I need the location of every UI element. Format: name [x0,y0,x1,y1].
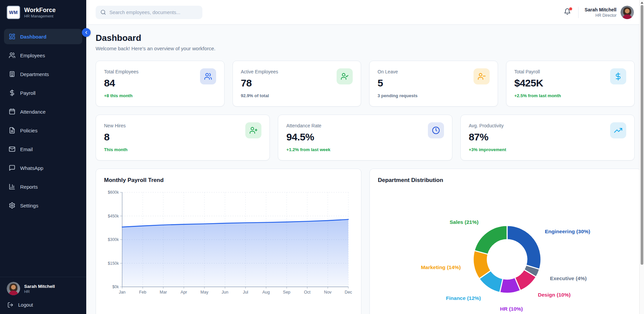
svg-text:Aug: Aug [262,290,270,295]
stat-value: 78 [241,77,353,89]
svg-text:Nov: Nov [324,290,332,295]
stat-value: 5 [378,77,490,89]
stat-label: Total Employees [104,69,216,74]
sidebar-item-settings[interactable]: Settings [4,198,82,213]
stat-label: Active Employees [241,69,353,74]
sidebar-item-label: WhatsApp [20,165,43,171]
bar-chart-icon [9,183,15,190]
main-content: Dashboard Welcome back! Here's an overvi… [86,25,644,314]
users-icon [9,52,15,59]
svg-text:Jan: Jan [119,290,126,295]
page-title: Dashboard [96,33,635,43]
svg-text:Feb: Feb [139,290,146,295]
payroll-trend-chart: $0k$150k$300k$450k$600kJanFebMarAprMayJu… [104,188,353,299]
sidebar-item-policies[interactable]: Policies [4,123,82,138]
stat-change: 92.9% of total [241,93,353,98]
stat-label: Attendance Rate [286,123,444,128]
chevron-left-icon [84,30,89,35]
svg-text:May: May [200,290,208,295]
stat-card-active-employees: Active Employees 78 92.9% of total [233,61,361,107]
content-column: Sarah Mitchell HR Director Dashboard Wel… [86,0,644,314]
topbar-right: Sarah Mitchell HR Director [562,6,634,19]
svg-text:Finance (12%): Finance (12%) [446,295,481,301]
stat-label: New Hires [104,123,261,128]
sidebar-item-label: Payroll [20,90,36,96]
sidebar-nav: Dashboard Employees Departments Payroll … [0,25,86,277]
logo-mark: WM [7,6,20,19]
notifications-button[interactable] [562,7,572,18]
stat-change: +8 this month [104,93,216,98]
svg-text:Oct: Oct [304,290,311,295]
payroll-trend-card: Monthly Payroll Trend $0k$150k$300k$450k… [96,169,361,314]
app-logo: WM WorkForce HR Management [0,0,86,25]
dollar-icon [9,89,15,96]
stat-change: This month [104,147,261,152]
svg-text:Marketing (14%): Marketing (14%) [421,264,461,270]
svg-text:Jun: Jun [221,290,228,295]
users-icon [200,68,216,84]
calendar-icon [9,108,15,115]
sidebar-item-departments[interactable]: Departments [4,66,82,82]
stat-card-on-leave: On Leave 5 3 pending requests [369,61,498,107]
stat-change: 3 pending requests [378,93,490,98]
stat-label: Total Payroll [514,69,627,74]
scrollbar-up-arrow[interactable] [641,2,643,4]
chart-title: Department Distribution [378,177,633,184]
sidebar-item-dashboard[interactable]: Dashboard [4,29,82,44]
stat-value: 8 [104,131,261,143]
svg-text:$600k: $600k [108,190,119,195]
department-donut-chart: Engineering (30%)Executive (4%)Design (1… [378,188,633,314]
building-icon [9,71,15,77]
sidebar-collapse-button[interactable] [82,28,91,37]
stat-card-avg-productivity: Avg. Productivity 87% +3% improvement [460,115,635,161]
sidebar-item-label: Settings [20,203,38,208]
scrollbar-thumb[interactable] [641,5,643,265]
stat-value: 84 [104,77,216,89]
search-box[interactable] [96,6,202,19]
stat-value: 87% [469,131,626,143]
file-text-icon [9,127,15,134]
stats-row-1: Total Employees 84 +8 this month Active … [96,61,635,107]
sidebar-item-label: Dashboard [20,34,46,40]
svg-text:Mar: Mar [160,290,167,295]
trending-up-icon [610,122,626,138]
sidebar-item-email[interactable]: Email [4,141,82,157]
stat-label: Avg. Productivity [469,123,626,128]
dollar-icon [610,68,626,84]
sidebar-user-section: Sarah Mitchell HR Logout [0,277,86,314]
stat-card-new-hires: New Hires 8 This month [96,115,270,161]
search-input[interactable] [109,10,198,15]
logout-button[interactable]: Logout [7,300,80,309]
dashboard-grid-icon [9,33,15,40]
sidebar-item-whatsapp[interactable]: WhatsApp [4,160,82,176]
svg-text:$150k: $150k [108,261,119,266]
page-scrollbar[interactable] [639,0,644,314]
stat-label: On Leave [378,69,490,74]
divider [578,7,579,18]
sidebar-item-employees[interactable]: Employees [4,48,82,63]
chart-title: Monthly Payroll Trend [104,177,353,184]
svg-text:$300k: $300k [108,237,119,242]
sidebar: WM WorkForce HR Management Dashboard Emp… [0,0,86,314]
sidebar-item-attendance[interactable]: Attendance [4,104,82,119]
svg-text:Engineering (30%): Engineering (30%) [545,229,590,234]
user-menu[interactable]: Sarah Mitchell HR Director [585,6,634,19]
user-check-icon [337,68,353,84]
sidebar-item-reports[interactable]: Reports [4,179,82,194]
sidebar-item-label: Policies [20,128,38,133]
chat-bubble-icon [9,165,15,171]
stat-card-attendance-rate: Attendance Rate 94.5% +1.2% from last we… [278,115,452,161]
app-name: WorkForce [24,7,56,14]
stat-card-total-employees: Total Employees 84 +8 this month [96,61,225,107]
user-name: Sarah Mitchell [585,7,616,12]
stat-card-total-payroll: Total Payroll $425K +2.5% from last mont… [506,61,635,107]
user-minus-icon [474,68,490,84]
notification-dot [569,7,572,10]
sidebar-item-payroll[interactable]: Payroll [4,85,82,101]
svg-text:Apr: Apr [181,290,187,295]
user-plus-icon [245,122,261,138]
svg-text:Jul: Jul [243,290,248,295]
stat-change: +3% improvement [469,147,626,152]
sidebar-user[interactable]: Sarah Mitchell HR [7,282,80,295]
svg-text:Dec: Dec [345,290,352,295]
